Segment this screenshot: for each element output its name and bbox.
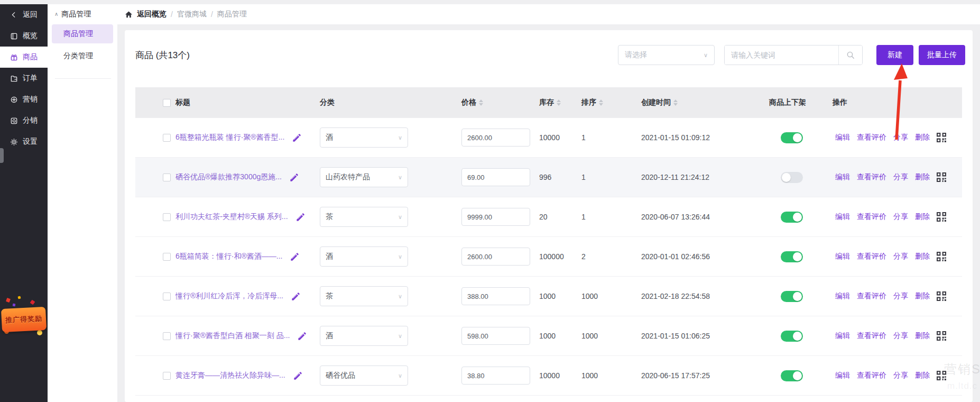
price-input[interactable] — [461, 367, 530, 385]
submenu-item-goods-management[interactable]: 商品管理 — [52, 24, 113, 43]
product-title-link[interactable]: 懂行®利川红冷后浑，冷后浑母... — [175, 291, 283, 301]
action-delete[interactable]: 删除 — [915, 252, 930, 261]
status-toggle[interactable] — [781, 212, 803, 223]
category-select[interactable]: 酒 ∨ — [320, 246, 408, 267]
status-toggle[interactable] — [781, 172, 803, 183]
action-share[interactable]: 分享 — [893, 172, 908, 182]
edit-pencil-icon[interactable] — [290, 252, 300, 262]
sort-icon[interactable] — [479, 99, 483, 106]
product-title-link[interactable]: 懂行·聚®酱香型白酒 相聚一刻 品... — [175, 331, 290, 341]
status-toggle[interactable] — [781, 132, 803, 143]
price-input[interactable] — [461, 287, 530, 305]
row-checkbox[interactable] — [163, 253, 171, 261]
sidebar-item-distribution[interactable]: 分销 — [0, 110, 48, 131]
row-checkbox[interactable] — [163, 173, 171, 181]
action-delete[interactable]: 删除 — [915, 172, 930, 182]
sidebar-item-marketing[interactable]: 营销 — [0, 89, 48, 110]
price-input[interactable] — [461, 129, 530, 147]
row-checkbox[interactable] — [163, 213, 171, 221]
action-view-reviews[interactable]: 查看评价 — [857, 291, 886, 301]
sort-icon[interactable] — [673, 99, 678, 106]
product-title-link[interactable]: 利川功夫红茶-夹壁村®天赐 系列... — [175, 212, 288, 222]
drawer-handle[interactable] — [0, 148, 4, 163]
price-input[interactable] — [461, 248, 530, 266]
action-edit[interactable]: 编辑 — [835, 252, 850, 261]
price-input[interactable] — [461, 168, 530, 186]
sidebar-item-settings[interactable]: 设置 — [0, 131, 48, 152]
qrcode-icon[interactable] — [937, 291, 946, 301]
action-edit[interactable]: 编辑 — [835, 291, 850, 301]
action-edit[interactable]: 编辑 — [835, 331, 850, 341]
action-delete[interactable]: 删除 — [915, 371, 930, 380]
action-share[interactable]: 分享 — [893, 371, 908, 380]
action-share[interactable]: 分享 — [893, 291, 908, 301]
header-created-time[interactable]: 创建时间 — [641, 98, 769, 107]
header-sort[interactable]: 排序 — [581, 98, 641, 107]
edit-pencil-icon[interactable] — [292, 133, 302, 143]
category-select[interactable]: 酒 ∨ — [320, 326, 408, 346]
header-stock[interactable]: 库存 — [539, 98, 581, 107]
action-delete[interactable]: 删除 — [915, 291, 930, 301]
sidebar-item-orders[interactable]: 订单 — [0, 68, 48, 89]
action-view-reviews[interactable]: 查看评价 — [857, 133, 886, 142]
row-checkbox[interactable] — [163, 332, 171, 340]
search-button[interactable] — [838, 45, 862, 65]
row-checkbox[interactable] — [163, 293, 171, 300]
submenu-item-category-management[interactable]: 分类管理 — [52, 47, 113, 66]
category-filter-select[interactable]: 请选择 ∨ — [618, 45, 715, 65]
edit-pencil-icon[interactable] — [293, 371, 303, 381]
action-edit[interactable]: 编辑 — [835, 371, 850, 380]
action-share[interactable]: 分享 — [893, 212, 908, 222]
product-title-link[interactable]: 黄连牙膏——清热祛火除异味—... — [175, 371, 285, 380]
product-title-link[interactable]: 6瓶箱简装：懂行·和®酱酒——... — [175, 252, 282, 261]
row-checkbox[interactable] — [163, 134, 171, 142]
sidebar-item-goods[interactable]: 商品 — [0, 47, 48, 68]
category-select[interactable]: 茶 ∨ — [320, 286, 408, 306]
action-delete[interactable]: 删除 — [915, 331, 930, 341]
action-edit[interactable]: 编辑 — [835, 133, 850, 142]
action-share[interactable]: 分享 — [893, 331, 908, 341]
qrcode-icon[interactable] — [937, 133, 946, 142]
status-toggle[interactable] — [781, 251, 803, 262]
keyword-search-input[interactable] — [725, 45, 838, 65]
header-price[interactable]: 价格 — [461, 98, 539, 107]
qrcode-icon[interactable] — [937, 212, 946, 222]
submenu-group-toggle[interactable]: ∧ 商品管理 — [48, 8, 117, 20]
qrcode-icon[interactable] — [937, 172, 946, 182]
action-share[interactable]: 分享 — [893, 133, 908, 142]
action-view-reviews[interactable]: 查看评价 — [857, 172, 886, 182]
promo-banner[interactable]: 推广得奖励 — [0, 295, 48, 346]
breadcrumb-mall[interactable]: 官微商城 — [177, 10, 207, 19]
category-select[interactable]: 酒 ∨ — [320, 127, 408, 148]
breadcrumb-back-overview[interactable]: 返回概览 — [137, 10, 167, 19]
edit-pencil-icon[interactable] — [297, 331, 307, 341]
qrcode-icon[interactable] — [937, 371, 946, 380]
select-all-checkbox[interactable] — [163, 99, 171, 107]
action-view-reviews[interactable]: 查看评价 — [857, 212, 886, 222]
row-checkbox[interactable] — [163, 372, 171, 380]
status-toggle[interactable] — [781, 370, 803, 381]
edit-pencil-icon[interactable] — [291, 291, 301, 302]
product-title-link[interactable]: 硒谷优品®爆款推荐3000g恩施... — [175, 172, 282, 182]
price-input[interactable] — [461, 327, 530, 345]
action-view-reviews[interactable]: 查看评价 — [857, 371, 886, 380]
qrcode-icon[interactable] — [937, 331, 946, 341]
sidebar-item-overview[interactable]: 概览 — [0, 25, 48, 47]
sort-icon[interactable] — [599, 99, 603, 106]
action-delete[interactable]: 删除 — [915, 212, 930, 222]
action-edit[interactable]: 编辑 — [835, 172, 850, 182]
sidebar-item-back[interactable]: 返回 — [0, 4, 48, 25]
category-select[interactable]: 山药农特产品 ∨ — [320, 167, 408, 187]
batch-upload-button[interactable]: 批量上传 — [919, 45, 965, 65]
action-view-reviews[interactable]: 查看评价 — [857, 252, 886, 261]
action-edit[interactable]: 编辑 — [835, 212, 850, 222]
qrcode-icon[interactable] — [937, 252, 946, 261]
action-view-reviews[interactable]: 查看评价 — [857, 331, 886, 341]
status-toggle[interactable] — [781, 291, 803, 302]
product-title-link[interactable]: 6瓶整箱光瓶装 懂行·聚®酱香型... — [175, 133, 284, 142]
edit-pencil-icon[interactable] — [295, 212, 306, 222]
status-toggle[interactable] — [781, 331, 803, 342]
action-share[interactable]: 分享 — [893, 252, 908, 261]
category-select[interactable]: 茶 ∨ — [320, 207, 408, 227]
category-select[interactable]: 硒谷优品 ∨ — [320, 366, 408, 386]
